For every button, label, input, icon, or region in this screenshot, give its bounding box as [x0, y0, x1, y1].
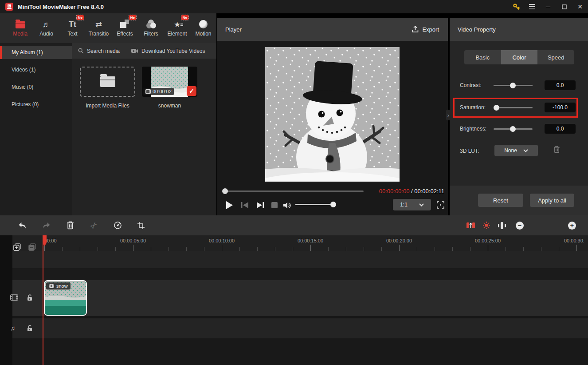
player-header: Player Export [217, 18, 448, 41]
previous-frame-button[interactable] [239, 199, 250, 211]
clip-added-check-icon: ✓ [187, 86, 196, 96]
video-track[interactable] [12, 280, 588, 316]
chevron-down-icon [523, 149, 528, 152]
brightness-label: Brightness: [460, 126, 486, 132]
export-button[interactable]: Export [412, 18, 439, 41]
chevron-down-icon [419, 203, 424, 206]
play-button[interactable] [224, 199, 235, 211]
media-folder-icon [16, 17, 25, 28]
audio-track[interactable] [12, 318, 588, 338]
zoom-out-button[interactable]: − [514, 215, 525, 235]
apply-to-all-button[interactable]: Apply to all [530, 194, 574, 207]
zoom-in-button[interactable]: + [567, 215, 577, 235]
video-track-lock-icon[interactable] [27, 294, 33, 301]
seek-handle[interactable] [222, 188, 228, 194]
seek-bar[interactable] [225, 190, 364, 192]
tab-color[interactable]: Color [501, 50, 538, 64]
time-display: 00:00:00:00 / 00:00:02:11 [379, 188, 444, 194]
timeline-toolbar: ✂ [0, 215, 588, 235]
search-media-button[interactable]: Search media [78, 48, 120, 54]
maximize-button[interactable] [556, 0, 572, 13]
video-preview[interactable] [265, 47, 400, 182]
music-note-icon: ♬ [43, 17, 51, 28]
tab-text[interactable]: Ne Tt Transitio Text [59, 17, 86, 37]
undo-icon[interactable] [16, 215, 28, 235]
audio-track-icon: ♬ [10, 324, 17, 332]
media-panel-header: Search media Download YouTube Videos [72, 43, 216, 59]
delete-icon[interactable] [64, 215, 76, 235]
sidebar-item-music[interactable]: Music (0) [0, 80, 72, 94]
transition-arrows-icon: ⇄ [95, 17, 102, 28]
new-badge: Ne [129, 15, 136, 20]
video-track-icon [10, 294, 18, 301]
property-footer: Reset Apply to all [450, 186, 588, 215]
import-media-dropzone[interactable] [80, 67, 135, 97]
split-scissors-icon[interactable]: ✂ [82, 214, 106, 237]
tab-transition[interactable]: ⇄ Transitio [86, 17, 112, 37]
next-frame-button[interactable] [255, 199, 266, 211]
saturation-highlight-box [453, 98, 578, 118]
minimize-button[interactable]: ─ [540, 0, 556, 13]
aspect-ratio-select[interactable]: 1:1 [393, 199, 431, 210]
snap-sparkle-icon[interactable] [481, 215, 492, 235]
tab-audio[interactable]: ♬ Audio [33, 17, 59, 37]
close-button[interactable]: ✕ [572, 0, 588, 13]
tab-effects[interactable]: Ne Effects [112, 17, 138, 37]
stop-button[interactable] [269, 199, 280, 211]
menu-icon[interactable] [524, 0, 540, 13]
panel-collapse-arrow[interactable]: › [446, 110, 451, 120]
filters-circles-icon [146, 17, 156, 28]
media-clip-snowman[interactable]: 00:00:02 ✓ [142, 67, 197, 97]
volume-handle[interactable] [330, 202, 336, 207]
fit-timeline-icon[interactable] [465, 215, 476, 235]
text-icon: Tt [69, 17, 76, 28]
brightness-value[interactable]: 0.0 [545, 124, 576, 134]
total-time: 00:00:02:11 [414, 188, 444, 194]
media-library-panel: Search media Download YouTube Videos Imp… [72, 43, 216, 215]
tab-basic[interactable]: Basic [464, 50, 501, 64]
import-media-label: Import Media Files [80, 103, 135, 109]
film-icon [49, 284, 54, 288]
clip-duration-badge: 00:00:02 [143, 88, 174, 95]
sidebar-item-pictures[interactable]: Pictures (0) [0, 98, 72, 111]
contrast-value[interactable]: 0.0 [545, 80, 576, 90]
window-title: MiniTool MovieMaker Free 8.4.0 [18, 4, 104, 10]
crop-icon[interactable] [135, 215, 147, 235]
minitool-moviemaker-window: MiniTool MovieMaker Free 8.4.0 ─ ✕ Media [0, 0, 588, 365]
playhead[interactable] [43, 235, 43, 365]
tab-elements[interactable]: Ne ★ Element [164, 17, 190, 37]
export-icon [412, 26, 419, 33]
effects-icon [120, 17, 130, 28]
current-time: 00:00:00:00 [379, 188, 410, 194]
tab-media[interactable]: Media [7, 17, 33, 37]
sidebar-item-my-album[interactable]: My Album (1) [0, 46, 72, 59]
video-property-panel: Video Property Basic Color Speed Contras… [450, 18, 588, 215]
license-key-icon[interactable] [508, 0, 524, 13]
speed-icon[interactable] [111, 215, 124, 235]
redo-icon[interactable] [40, 215, 52, 235]
timeline-clip-snow[interactable]: snow [44, 280, 87, 316]
brightness-slider[interactable] [494, 128, 533, 130]
remove-track-icon[interactable] [28, 243, 36, 251]
new-badge: Ne [77, 15, 84, 20]
reset-button[interactable]: Reset [478, 194, 523, 207]
tab-speed[interactable]: Speed [537, 50, 574, 64]
tab-filters[interactable]: Filters [138, 17, 164, 37]
clip-name-badge: snow [46, 282, 71, 290]
search-icon [78, 48, 84, 54]
add-track-icon[interactable] [13, 243, 21, 251]
motion-circle-icon [199, 17, 208, 28]
clip-name-label: snowman [142, 103, 197, 109]
waveform-icon[interactable] [496, 215, 508, 235]
audio-track-lock-icon[interactable] [27, 325, 33, 332]
timeline: 00:00 00:00:05:00 00:00:10:00 00:00:15:0… [0, 235, 588, 365]
volume-icon[interactable] [282, 199, 293, 211]
fullscreen-button[interactable] [435, 199, 445, 210]
lut-delete-icon[interactable] [553, 146, 560, 155]
player-panel: Player Export [217, 18, 448, 215]
contrast-slider[interactable] [494, 85, 533, 86]
tab-motion[interactable]: Motion [190, 17, 216, 37]
sidebar-item-videos[interactable]: Videos (1) [0, 63, 72, 76]
download-youtube-button[interactable]: Download YouTube Videos [131, 48, 205, 54]
lut-select[interactable]: None [494, 145, 538, 156]
